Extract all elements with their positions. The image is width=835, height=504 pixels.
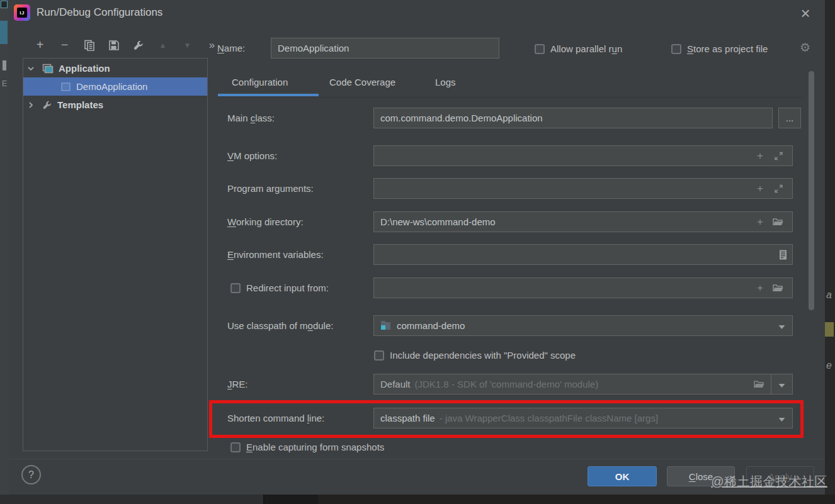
copy-icon	[84, 40, 95, 51]
store-as-project-file-checkbox[interactable]	[671, 44, 681, 54]
underlying-stripe-glyph: E	[2, 79, 7, 88]
provided-scope-checkbox[interactable]	[374, 350, 384, 361]
name-input[interactable]: DemoApplication	[271, 38, 499, 59]
run-config-icon	[60, 81, 71, 92]
application-type-icon	[42, 63, 54, 74]
shorten-command-line-combobox[interactable]: classpath file - java WrapperClass class…	[373, 408, 793, 428]
templates-wrench-icon	[42, 100, 52, 110]
edit-templates-button[interactable]	[126, 36, 151, 53]
footer-separator	[9, 459, 825, 459]
configurations-tree: Application DemoApplication Templates	[23, 58, 208, 451]
underlying-editor-edge: a e	[825, 0, 835, 495]
tree-item-demoapplication[interactable]: DemoApplication	[23, 77, 207, 96]
save-configuration-button[interactable]	[101, 36, 126, 53]
tree-group-templates[interactable]: Templates	[23, 96, 207, 114]
browse-main-class-button[interactable]: ...	[778, 108, 801, 128]
dialog-title: Run/Debug Configurations	[37, 6, 162, 19]
vm-options-field[interactable]: +	[373, 145, 793, 166]
name-label: Name:	[217, 43, 245, 53]
program-arguments-field[interactable]: +	[373, 178, 793, 199]
chevron-down-icon[interactable]	[778, 320, 785, 331]
redirect-input-field[interactable]: +	[373, 277, 793, 298]
store-as-project-file-label: Store as project file	[687, 43, 768, 54]
move-up-button[interactable]: ▲	[151, 36, 175, 53]
name-value: DemoApplication	[278, 43, 349, 53]
expand-field-icon[interactable]	[774, 151, 783, 160]
shorten-command-line-value: classpath file	[380, 413, 435, 423]
tree-item-label: DemoApplication	[76, 81, 147, 92]
redirect-input-checkbox[interactable]	[230, 283, 241, 293]
chevron-down-icon[interactable]	[778, 379, 785, 389]
tab-configuration[interactable]: Configuration	[232, 77, 288, 87]
combo-divider	[771, 374, 771, 394]
insert-macro-icon[interactable]: +	[757, 216, 763, 228]
remove-configuration-button[interactable]: −	[52, 36, 77, 53]
help-button[interactable]: ?	[21, 465, 41, 484]
shorten-command-line-label: Shorten command line:	[227, 413, 324, 423]
vertical-scrollbar[interactable]	[809, 71, 814, 310]
provided-scope-label: Include dependencies with "Provided" sco…	[390, 350, 576, 361]
editor-text-fragment: e	[826, 360, 832, 371]
tab-logs[interactable]: Logs	[435, 77, 456, 87]
run-debug-configurations-dialog: IJ Run/Debug Configurations × + − ▲	[9, 0, 825, 495]
working-directory-value: D:\new-ws\command-demo	[380, 216, 496, 227]
tabs-separator	[217, 97, 804, 98]
allow-parallel-run-checkbox[interactable]	[535, 44, 545, 54]
save-icon	[108, 40, 120, 51]
environment-variables-field[interactable]	[373, 244, 793, 265]
env-list-icon[interactable]	[779, 249, 787, 260]
main-class-field[interactable]: com.command.demo.DemoApplication	[373, 108, 773, 128]
vm-options-label: VM options:	[227, 150, 277, 161]
form-snapshots-label: Enable capturing form snapshots	[246, 442, 384, 452]
form-snapshots-checkbox[interactable]	[230, 442, 241, 452]
classpath-module-value: command-demo	[397, 320, 465, 331]
tree-group-application[interactable]: Application	[23, 59, 207, 77]
environment-variables-label: Environment variables:	[227, 249, 324, 260]
intellij-logo-icon: IJ	[14, 4, 30, 21]
editor-icon-fragment	[825, 322, 834, 337]
underlying-stripe-item	[3, 60, 6, 70]
insert-macro-icon[interactable]: +	[757, 150, 763, 162]
folder-icon[interactable]	[773, 218, 783, 227]
question-icon: ?	[28, 469, 34, 481]
gear-icon[interactable]: ⚙	[800, 40, 810, 55]
watermark: @稀土掘金技术社区	[639, 473, 827, 490]
allow-parallel-run-label: Allow parallel run	[550, 43, 622, 54]
classpath-module-label: Use classpath of module:	[227, 320, 333, 331]
move-down-button[interactable]: ▼	[175, 36, 200, 53]
active-tab-indicator	[218, 94, 319, 96]
chevron-down-icon[interactable]	[27, 65, 35, 72]
shorten-command-line-hint: - java WrapperClass classpathFile classN…	[440, 413, 658, 423]
chevron-right-icon[interactable]	[27, 101, 35, 109]
insert-macro-icon[interactable]: +	[757, 282, 763, 294]
folder-icon[interactable]	[773, 284, 783, 293]
jre-value: Default	[380, 379, 411, 389]
tab-code-coverage[interactable]: Code Coverage	[329, 77, 395, 87]
jre-label: JRE:	[227, 379, 248, 389]
underlying-tool-stripe: E	[0, 0, 9, 495]
main-class-label: Main class:	[227, 113, 275, 123]
add-configuration-button[interactable]: +	[28, 36, 52, 53]
redirect-input-label: Redirect input from:	[246, 283, 329, 293]
tree-group-label: Application	[59, 63, 110, 74]
editor-text-fragment: a	[826, 289, 832, 301]
underlying-selected-stripe-item	[0, 21, 8, 44]
chevron-down-icon[interactable]	[778, 413, 785, 423]
underlying-bottom-strip-mid	[264, 495, 318, 504]
config-list-toolbar: + − ▲ ▼ »	[28, 36, 224, 53]
ellipsis-icon: ...	[786, 113, 794, 123]
jre-value-hint: (JDK1.8 - SDK of 'command-demo' module)	[415, 379, 599, 389]
module-icon	[380, 320, 391, 332]
insert-macro-icon[interactable]: +	[757, 182, 763, 195]
working-directory-field[interactable]: D:\new-ws\command-demo +	[373, 211, 793, 232]
expand-field-icon[interactable]	[774, 184, 783, 193]
working-directory-label: Working directory:	[227, 216, 304, 227]
close-icon[interactable]: ×	[795, 3, 816, 24]
wrench-icon	[133, 40, 144, 51]
program-arguments-label: Program arguments:	[227, 183, 314, 194]
copy-configuration-button[interactable]	[77, 36, 101, 53]
folder-icon[interactable]	[754, 380, 764, 389]
tree-group-label: Templates	[57, 99, 103, 110]
jre-combobox[interactable]: Default (JDK1.8 - SDK of 'command-demo' …	[373, 374, 793, 395]
classpath-module-combobox[interactable]: command-demo	[373, 315, 793, 336]
